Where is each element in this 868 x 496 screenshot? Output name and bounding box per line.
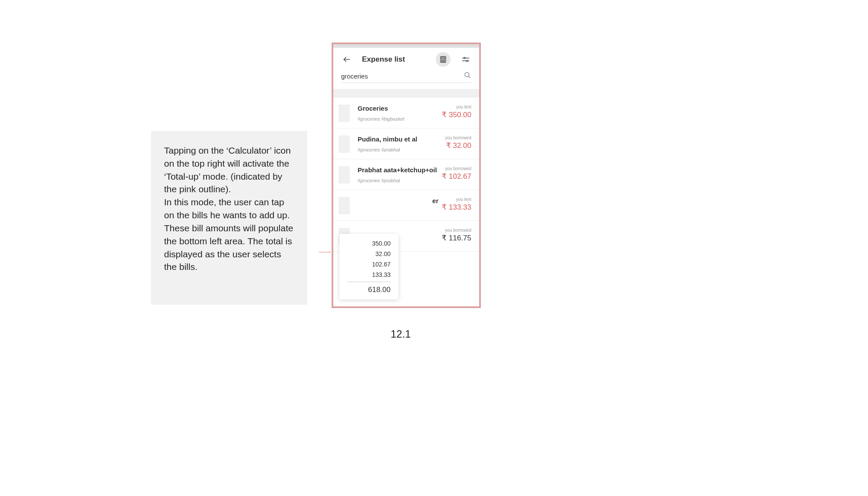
expense-title: Groceries xyxy=(358,105,438,112)
status-label: you borrowed xyxy=(442,166,471,171)
expense-tags: #groceries #bigbasket xyxy=(358,116,438,122)
avatar xyxy=(339,197,350,214)
svg-point-13 xyxy=(464,57,465,59)
amount-value: ₹ 32.00 xyxy=(445,141,471,150)
status-bar xyxy=(333,44,479,48)
avatar xyxy=(339,105,350,122)
description-text: Tapping on the ‘Calculator’ icon on the … xyxy=(164,145,293,272)
svg-point-9 xyxy=(443,61,443,62)
totalup-divider xyxy=(347,282,391,282)
svg-point-14 xyxy=(467,60,468,62)
expense-list: Groceries #groceries #bigbasket you lent… xyxy=(333,98,479,306)
svg-point-7 xyxy=(444,60,444,60)
status-label: you lent xyxy=(442,105,471,109)
search-box[interactable] xyxy=(341,71,471,83)
totalup-line: 350.00 xyxy=(347,240,391,247)
description-panel: Tapping on the ‘Calculator’ icon on the … xyxy=(151,131,307,305)
svg-line-16 xyxy=(468,76,470,78)
amount-value: ₹ 102.67 xyxy=(442,172,471,181)
avatar xyxy=(339,166,350,184)
svg-point-6 xyxy=(443,60,443,60)
status-label: you borrowed xyxy=(445,135,471,140)
totalup-line: 102.67 xyxy=(347,261,391,268)
list-item[interactable]: Prabhat aata+ketchup+oil #groceries #pra… xyxy=(333,159,479,190)
svg-point-1 xyxy=(329,252,330,253)
search-input[interactable] xyxy=(341,72,464,80)
list-item[interactable]: er you lent ₹ 133.33 xyxy=(333,190,479,221)
expense-title: Pudina, nimbu et al xyxy=(358,135,441,143)
list-item[interactable]: Groceries #groceries #bigbasket you lent… xyxy=(333,98,479,128)
totalup-line: 32.00 xyxy=(347,250,391,257)
svg-rect-4 xyxy=(441,58,445,59)
app-bar: Expense list xyxy=(333,48,479,71)
back-icon[interactable] xyxy=(339,52,354,67)
expense-tags: #groceries #prabhat xyxy=(358,147,441,152)
page-title: Expense list xyxy=(362,55,428,64)
figure-label: 12.1 xyxy=(391,328,411,340)
search-row xyxy=(333,71,479,89)
svg-point-10 xyxy=(444,61,444,62)
amount-value: ₹ 350.00 xyxy=(442,110,471,119)
status-label: you lent xyxy=(442,197,471,202)
settings-sliders-icon[interactable] xyxy=(458,52,473,67)
expense-title: Prabhat aata+ketchup+oil xyxy=(358,166,438,174)
expense-title: er xyxy=(358,197,438,204)
totalup-total: 618.00 xyxy=(347,286,391,294)
avatar xyxy=(339,135,350,153)
expense-tags: #groceries #prabhat xyxy=(358,178,438,183)
svg-point-5 xyxy=(441,60,442,60)
amount-value: ₹ 133.33 xyxy=(442,203,471,212)
phone-frame: Expense list Groceries #groceries #bigba… xyxy=(332,43,481,308)
list-item[interactable]: Pudina, nimbu et al #groceries #prabhat … xyxy=(333,128,479,159)
totalup-line: 133.33 xyxy=(347,271,391,278)
list-gap xyxy=(333,89,479,98)
totalup-card: 350.00 32.00 102.67 133.33 618.00 xyxy=(339,234,398,299)
search-icon[interactable] xyxy=(464,71,471,81)
calculator-icon[interactable] xyxy=(436,52,450,67)
status-label: you borrowed xyxy=(442,228,471,233)
amount-value: ₹ 116.75 xyxy=(442,233,471,243)
svg-point-8 xyxy=(441,61,442,62)
